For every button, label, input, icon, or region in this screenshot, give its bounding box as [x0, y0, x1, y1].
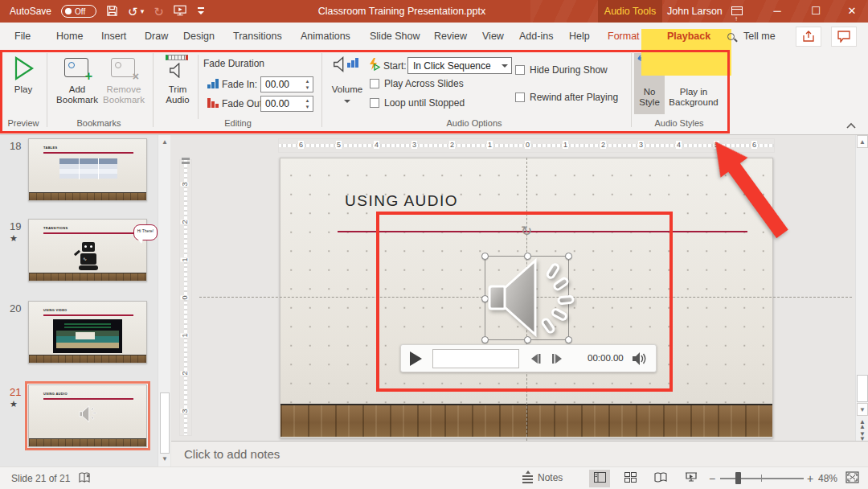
zoom-out-button[interactable]: − [709, 472, 715, 485]
slide-thumbnail-18[interactable]: 18TABLES [0, 138, 158, 216]
zoom-in-button[interactable]: + [807, 472, 813, 485]
thumbnail-slide[interactable]: TABLES [28, 138, 147, 201]
fade-out-spinner[interactable]: ▲▼ [303, 97, 312, 110]
audio-speaker-small-icon [77, 405, 98, 427]
rotate-handle[interactable]: ↻ [521, 223, 532, 240]
play-across-slides-checkbox[interactable] [370, 79, 379, 88]
thumbnail-slide[interactable]: TRANSITIONS∿Hi There! [28, 219, 147, 281]
undo-dropdown-caret[interactable]: ▾ [141, 8, 145, 15]
group-label-audio-styles: Audio Styles [654, 118, 703, 128]
collapse-ribbon-icon[interactable] [846, 117, 858, 125]
slide-thumbnail-19[interactable]: 19★TRANSITIONS∿Hi There! [0, 219, 158, 296]
media-play-button[interactable] [410, 351, 422, 366]
tab-review[interactable]: Review [431, 23, 470, 50]
vertical-ruler[interactable]: 3210123 [179, 159, 192, 436]
scroll-down-icon[interactable]: ▼ [159, 454, 170, 465]
scroll-up-icon[interactable]: ▲ [159, 137, 170, 148]
fit-slide-to-window-icon[interactable] [845, 471, 859, 486]
scroll-down-icon[interactable]: ▼ [857, 403, 868, 416]
scrollbar-thumb[interactable] [857, 375, 868, 402]
add-bookmark-label[interactable]: Add Bookmark [56, 84, 98, 105]
slide-thumbnail-21[interactable]: 21★USING AUDIO [0, 384, 158, 462]
comments-button[interactable] [831, 27, 857, 47]
tab-playback[interactable]: Playback [664, 23, 714, 50]
scrollbar-thumb[interactable] [160, 392, 170, 454]
zoom-slider-track[interactable] [720, 478, 804, 479]
tab-slide-show[interactable]: Slide Show [366, 23, 424, 50]
slide-thumbnail-20[interactable]: 20USING VIDEO [0, 301, 158, 378]
hide-during-show-label[interactable]: Hide During Show [530, 64, 608, 76]
share-button[interactable] [796, 27, 821, 47]
notes-pane[interactable]: Click to add notes [171, 441, 868, 466]
tab-animations[interactable]: Animations [297, 23, 354, 50]
minimize-button[interactable]: ─ [765, 0, 789, 23]
tab-file[interactable]: File [11, 23, 34, 50]
search-icon[interactable] [727, 33, 735, 40]
tab-insert[interactable]: Insert [98, 23, 129, 50]
slide-title[interactable]: USING AUDIO [345, 192, 458, 210]
hide-during-show-checkbox[interactable] [515, 65, 525, 75]
start-from-beginning-icon[interactable] [174, 5, 186, 18]
media-progress-bar[interactable] [432, 349, 519, 368]
ribbon-display-options-icon[interactable] [725, 0, 749, 23]
media-volume-icon[interactable] [631, 351, 647, 369]
thumbnail-title: TRANSITIONS [43, 226, 68, 230]
indent-markers[interactable] [182, 158, 190, 164]
tab-draw[interactable]: Draw [141, 23, 171, 50]
add-bookmark-icon[interactable]: + [64, 58, 88, 77]
loop-until-stopped-checkbox[interactable] [370, 98, 379, 108]
audio-speaker-icon[interactable] [481, 254, 577, 343]
rewind-after-playing-checkbox[interactable] [515, 92, 525, 102]
slideshow-view-button[interactable] [681, 470, 702, 487]
redo-icon[interactable]: ↻ [154, 6, 164, 18]
ruler-number: 2 [600, 141, 606, 149]
play-across-slides-label[interactable]: Play Across Slides [384, 78, 464, 89]
thumbnail-scrollbar[interactable]: ▲ ▼ [158, 135, 170, 466]
spellcheck-icon[interactable] [79, 472, 92, 486]
media-back-button[interactable] [528, 352, 542, 365]
toggle-dot-icon [65, 8, 72, 14]
tab-view[interactable]: View [479, 23, 507, 50]
trim-audio-label[interactable]: Trim Audio [166, 84, 189, 105]
main-scrollbar[interactable]: ▲ ▼ ▲▲ ▼▼ [855, 135, 868, 441]
media-forward-button[interactable] [551, 352, 565, 365]
tell-me-label[interactable]: Tell me [740, 23, 779, 50]
autosave-toggle[interactable]: Off [61, 5, 96, 18]
notes-toggle-button[interactable]: Notes [522, 471, 572, 487]
speech-bubble: Hi There! [133, 224, 158, 240]
tab-format[interactable]: Format [604, 23, 643, 50]
trim-audio-icon[interactable] [166, 55, 190, 82]
slide-sorter-view-button[interactable] [620, 470, 641, 487]
tab-transitions[interactable]: Transitions [230, 23, 285, 50]
horizontal-ruler[interactable]: 6543210123456 [278, 138, 775, 153]
normal-view-button[interactable] [589, 470, 610, 487]
volume-dropdown-caret[interactable] [344, 100, 350, 103]
tab-design[interactable]: Design [180, 23, 218, 50]
zoom-level[interactable]: 48% [818, 473, 837, 484]
thumbnail-slide[interactable]: USING AUDIO [28, 384, 147, 447]
maximize-button[interactable]: ☐ [804, 0, 828, 23]
chevron-down-icon [502, 64, 508, 68]
scroll-up-icon[interactable]: ▲ [857, 135, 868, 148]
notes-toggle-label: Notes [538, 472, 563, 483]
notes-placeholder[interactable]: Click to add notes [184, 447, 280, 461]
close-button[interactable]: ✕ [840, 0, 864, 23]
animation-star-icon: ★ [10, 233, 18, 244]
reading-view-button[interactable] [650, 470, 671, 487]
zoom-slider-thumb[interactable] [735, 472, 741, 484]
thumbnail-slide[interactable]: USING VIDEO [28, 301, 147, 364]
start-dropdown[interactable]: In Click Sequence [407, 57, 512, 74]
save-icon[interactable] [106, 5, 118, 18]
volume-label[interactable]: Volume [332, 84, 362, 95]
volume-icon[interactable] [333, 56, 352, 77]
tab-home[interactable]: Home [53, 23, 86, 50]
tab-add-ins[interactable]: Add-ins [516, 23, 556, 50]
loop-until-stopped-label[interactable]: Loop until Stopped [384, 97, 465, 109]
play-preview-button[interactable] [14, 56, 35, 84]
fade-in-spinner[interactable]: ▲▼ [303, 78, 312, 91]
previous-slide-button[interactable]: ▲▲ [858, 420, 867, 429]
tab-help[interactable]: Help [566, 23, 593, 50]
undo-icon[interactable]: ↺ [128, 6, 138, 18]
customize-qat-icon[interactable] [196, 6, 206, 16]
rewind-after-playing-label[interactable]: Rewind after Playing [530, 92, 618, 103]
